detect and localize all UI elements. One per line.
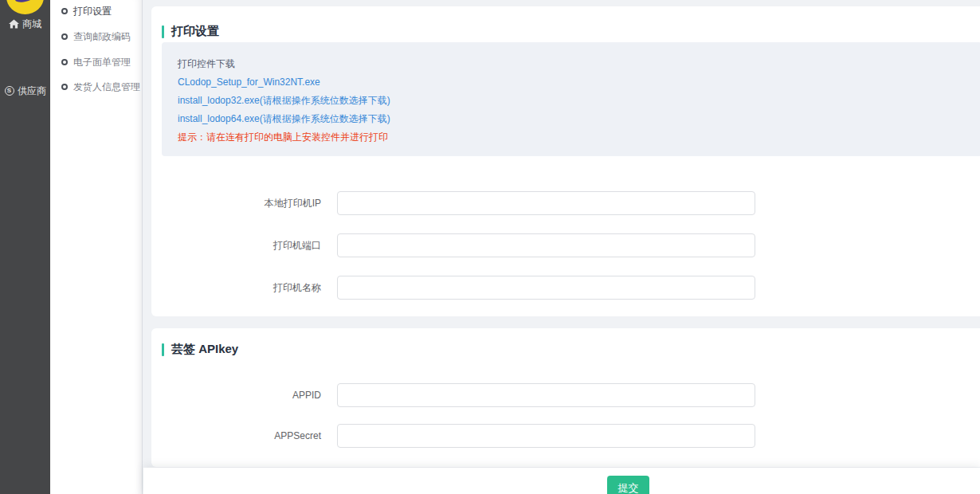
apikey-card: 芸签 APIkey APPID APPSecret — [151, 328, 980, 467]
download-info-box: 打印控件下载 CLodop_Setup_for_Win32NT.exe inst… — [162, 42, 980, 156]
submenu-item-label: 打印设置 — [73, 5, 112, 18]
home-icon — [9, 19, 19, 29]
submenu-item-ewaybill[interactable]: 电子面单管理 — [61, 55, 131, 69]
sidebar-item-supplier[interactable]: S 供应商 — [0, 77, 50, 104]
radio-ring-icon — [61, 8, 68, 14]
download-link-lodop64[interactable]: install_lodop64.exe(请根据操作系统位数选择下载) — [178, 110, 980, 128]
radio-ring-icon — [61, 33, 68, 40]
appid-input[interactable] — [337, 383, 755, 407]
section-title: 打印设置 — [171, 24, 219, 39]
printer-port-label: 打印机端口 — [151, 233, 321, 257]
secondary-sidebar: 打印设置 查询邮政编码 电子面单管理 发货人信息管理 — [50, 0, 143, 494]
appid-label: APPID — [151, 383, 321, 407]
radio-ring-icon — [61, 84, 68, 90]
printer-name-input[interactable] — [337, 276, 755, 300]
section-header-print-settings: 打印设置 — [162, 24, 219, 39]
primary-sidebar: 商城 S 供应商 — [0, 0, 50, 494]
sidebar-item-label: 供应商 — [18, 84, 46, 98]
printer-ip-input[interactable] — [337, 191, 755, 215]
accent-bar — [162, 25, 164, 38]
appsecret-label: APPSecret — [151, 424, 321, 448]
accent-bar — [162, 343, 164, 356]
supplier-icon: S — [4, 86, 14, 96]
submenu-item-postal-code[interactable]: 查询邮政编码 — [61, 29, 131, 44]
sidebar-item-mall[interactable]: 商城 — [0, 10, 50, 37]
sidebar-item-label: 商城 — [22, 18, 41, 31]
section-header-apikey: 芸签 APIkey — [162, 342, 238, 357]
submenu-item-print-settings[interactable]: 打印设置 — [61, 4, 112, 18]
submit-button[interactable]: 提交 — [607, 476, 649, 494]
action-footer: 提交 — [143, 468, 980, 494]
printer-port-input[interactable] — [337, 233, 755, 257]
submenu-item-shipper-info[interactable]: 发货人信息管理 — [61, 80, 140, 94]
download-link-clodop[interactable]: CLodop_Setup_for_Win32NT.exe — [178, 73, 980, 92]
install-tip-text: 提示：请在连有打印的电脑上安装控件并进行打印 — [178, 128, 980, 147]
appsecret-input[interactable] — [337, 424, 755, 448]
submenu-item-label: 发货人信息管理 — [73, 80, 140, 94]
section-title: 芸签 APIkey — [171, 342, 238, 357]
download-link-lodop32[interactable]: install_lodop32.exe(请根据操作系统位数选择下载) — [178, 92, 980, 110]
radio-ring-icon — [61, 59, 68, 65]
printer-name-label: 打印机名称 — [151, 276, 321, 300]
printer-ip-label: 本地打印机IP — [151, 191, 321, 215]
submenu-item-label: 查询邮政编码 — [73, 30, 131, 44]
submenu-item-label: 电子面单管理 — [73, 56, 131, 69]
print-settings-card: 打印设置 打印控件下载 CLodop_Setup_for_Win32NT.exe… — [151, 6, 980, 316]
logo-glyph — [14, 0, 36, 4]
download-heading: 打印控件下载 — [178, 55, 980, 73]
